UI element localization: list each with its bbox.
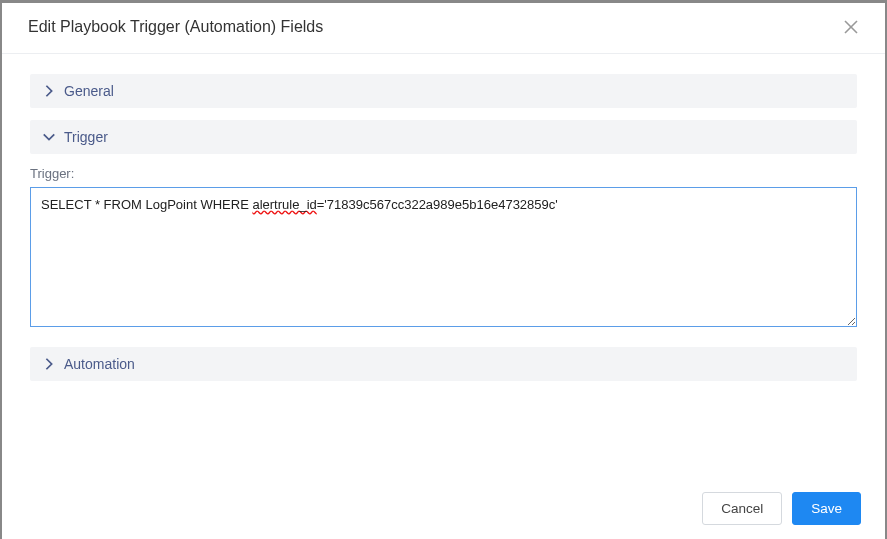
modal-title: Edit Playbook Trigger (Automation) Field…	[28, 18, 323, 36]
section-trigger-label: Trigger	[64, 129, 108, 145]
edit-playbook-modal: Edit Playbook Trigger (Automation) Field…	[2, 3, 885, 539]
trigger-textarea-container: SELECT * FROM LogPoint WHERE alertrule_i…	[30, 187, 857, 331]
modal-body: General Trigger Trigger: SELECT * FROM L…	[2, 54, 885, 480]
trigger-field-group: Trigger: SELECT * FROM LogPoint WHERE al…	[30, 166, 857, 331]
section-trigger[interactable]: Trigger	[30, 120, 857, 154]
close-icon	[843, 19, 859, 35]
chevron-right-icon	[42, 357, 56, 371]
section-automation[interactable]: Automation	[30, 347, 857, 381]
save-button[interactable]: Save	[792, 492, 861, 525]
chevron-down-icon	[42, 130, 56, 144]
close-button[interactable]	[839, 15, 863, 39]
trigger-field-label: Trigger:	[30, 166, 857, 181]
modal-footer: Cancel Save	[2, 480, 885, 539]
section-automation-label: Automation	[64, 356, 135, 372]
section-general[interactable]: General	[30, 74, 857, 108]
section-general-label: General	[64, 83, 114, 99]
cancel-button[interactable]: Cancel	[702, 492, 782, 525]
trigger-textarea[interactable]	[30, 187, 857, 327]
modal-header: Edit Playbook Trigger (Automation) Field…	[2, 3, 885, 54]
chevron-right-icon	[42, 84, 56, 98]
